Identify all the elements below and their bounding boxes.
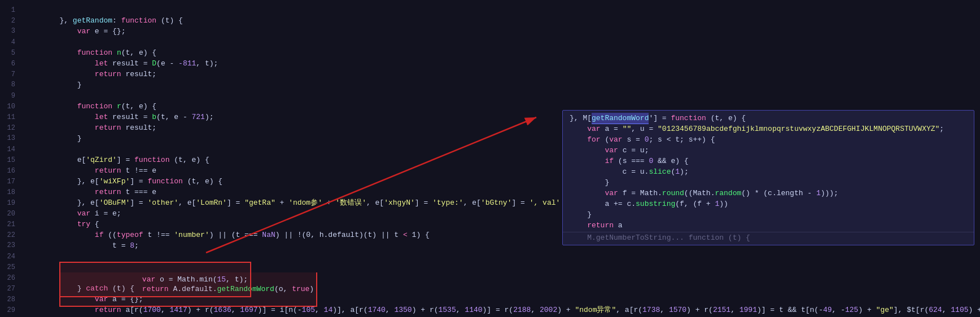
code-line-24: 24 var o = Math.min(15, t); bbox=[0, 251, 980, 262]
code-line-2: 2 var e = {}; bbox=[0, 15, 980, 26]
popup-definition-box: }, M[getRandomWord'] = function (t, e) {… bbox=[562, 110, 974, 245]
popup-line-2: for (var s = 0; s < t; s++) { bbox=[563, 134, 974, 145]
code-line-5: 5 let result = D(e - -811, t); bbox=[0, 47, 980, 58]
popup-line-7: var f = Math.round((Math.random() * (c.l… bbox=[563, 188, 974, 199]
popup-line-8: a += c.substring(f, (f + 1)) bbox=[563, 199, 974, 209]
code-line-7: 7 } bbox=[0, 69, 980, 80]
code-line-9: 9 function r(t, e) { bbox=[0, 90, 980, 101]
code-line-6: 6 return result; bbox=[0, 58, 980, 69]
code-line-4: 4 function n(t, e) { bbox=[0, 37, 980, 47]
popup-line-6: } bbox=[563, 177, 974, 188]
popup-line-header: }, M[getRandomWord'] = function (t, e) { bbox=[563, 113, 974, 124]
popup-line-1: var a = "", u = "0123456789abcdefghijklm… bbox=[563, 124, 974, 134]
popup-line-11: M.getNumberToString... function (t) { bbox=[563, 232, 974, 243]
popup-line-3: var c = u; bbox=[563, 145, 974, 156]
code-line-1: 1 }, getRandom: function (t) { bbox=[0, 5, 980, 15]
popup-line-9: } bbox=[563, 209, 974, 220]
code-editor: 1 }, getRandom: function (t) { 2 var e =… bbox=[0, 0, 980, 317]
popup-line-5: c = u.slice(1); bbox=[563, 166, 974, 177]
popup-line-4: if (s === 0 && e) { bbox=[563, 156, 974, 166]
popup-line-10: return a bbox=[563, 220, 974, 231]
